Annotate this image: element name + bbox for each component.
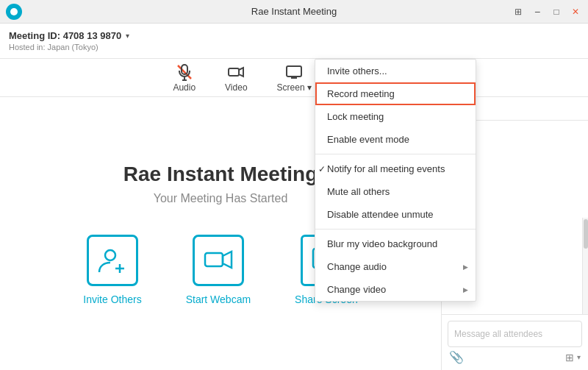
- dropdown-item-change-audio[interactable]: Change audio: [315, 255, 476, 278]
- dropdown-item-notify-all[interactable]: Notify for all meeting events: [315, 157, 476, 180]
- dropdown-item-invite-others[interactable]: Invite others...: [315, 60, 476, 82]
- title-bar: Rae Instant Meeting ⊞ − □ ✕: [0, 0, 588, 24]
- send-dropdown-icon[interactable]: ▾: [577, 353, 581, 361]
- close-button[interactable]: ✕: [569, 5, 582, 18]
- window-controls[interactable]: ⊞ − □ ✕: [512, 5, 582, 18]
- main-content: Rae Instant Meeting Your Meeting Has Sta…: [0, 97, 588, 370]
- maximize-button[interactable]: □: [550, 5, 563, 18]
- dropdown-item-mute-all[interactable]: Mute all others: [315, 180, 476, 203]
- meeting-subtitle: Your Meeting Has Started: [154, 192, 288, 205]
- scrollbar-thumb[interactable]: [584, 219, 588, 249]
- meeting-id-dropdown-arrow[interactable]: ▾: [126, 32, 129, 40]
- dropdown-divider-4: [315, 154, 476, 154]
- video-label: Video: [225, 82, 247, 93]
- screen-label: Screen ▾: [277, 82, 312, 93]
- audio-icon: [176, 63, 193, 81]
- app-logo: [6, 4, 22, 20]
- video-button[interactable]: Video: [210, 59, 262, 97]
- attachment-icon[interactable]: 📎: [449, 350, 464, 364]
- more-dropdown-menu: Invite others...Record meetingLock meeti…: [315, 59, 476, 302]
- window-title: Rae Instant Meeting: [251, 6, 337, 17]
- chat-input-wrapper[interactable]: Message all attendees: [448, 321, 582, 347]
- svg-point-0: [10, 8, 18, 15]
- hosted-in: Hosted in: Japan (Tokyo): [9, 43, 129, 51]
- dropdown-item-disable-unmute[interactable]: Disable attendee unmute: [315, 203, 476, 226]
- audio-button[interactable]: Audio: [158, 59, 210, 97]
- screen-icon: [285, 63, 303, 81]
- start-webcam-label: Start Webcam: [186, 293, 251, 305]
- dropdown-divider-7: [315, 229, 476, 230]
- video-camera-icon: [204, 246, 233, 275]
- invite-others-icon: [87, 235, 138, 286]
- start-webcam-icon: [193, 235, 244, 286]
- toolbar: Audio Video Screen ▾ More ▾: [0, 59, 588, 97]
- invite-others-button[interactable]: Invite Others: [83, 235, 141, 305]
- svg-marker-18: [223, 252, 232, 268]
- invite-others-label: Invite Others: [83, 293, 141, 305]
- chat-input-area: Message all attendees 📎 ⊞ ▾: [442, 314, 588, 370]
- svg-rect-17: [205, 253, 223, 266]
- meeting-info-left: Meeting ID: 4708 13 9870 ▾ Hosted in: Ja…: [9, 30, 129, 51]
- scrollbar-track[interactable]: [582, 218, 588, 315]
- svg-point-14: [105, 250, 115, 260]
- chat-placeholder: Message all attendees: [454, 329, 576, 339]
- meeting-id[interactable]: Meeting ID: 4708 13 9870: [9, 30, 121, 41]
- start-webcam-button[interactable]: Start Webcam: [186, 235, 251, 305]
- meeting-title: Rae Instant Meeting: [123, 163, 318, 186]
- dropdown-item-blur-bg[interactable]: Blur my video background: [315, 232, 476, 255]
- person-plus-icon: [98, 246, 127, 275]
- meeting-info-bar: Meeting ID: 4708 13 9870 ▾ Hosted in: Ja…: [0, 24, 588, 59]
- send-options-icon[interactable]: ⊞: [565, 352, 574, 363]
- video-icon: [227, 63, 245, 81]
- grid-view-button[interactable]: ⊞: [512, 5, 525, 18]
- audio-label: Audio: [173, 82, 196, 93]
- svg-rect-4: [229, 68, 239, 76]
- dropdown-item-record-meeting[interactable]: Record meeting: [315, 82, 476, 105]
- svg-rect-6: [287, 66, 301, 77]
- dropdown-item-change-video[interactable]: Change video: [315, 278, 476, 301]
- minimize-button[interactable]: −: [531, 5, 544, 18]
- chat-bottom-bar: 📎 ⊞ ▾: [448, 350, 582, 364]
- dropdown-item-lock-meeting[interactable]: Lock meeting: [315, 105, 476, 128]
- dropdown-item-enable-event-mode[interactable]: Enable event mode: [315, 128, 476, 151]
- svg-marker-5: [239, 68, 243, 77]
